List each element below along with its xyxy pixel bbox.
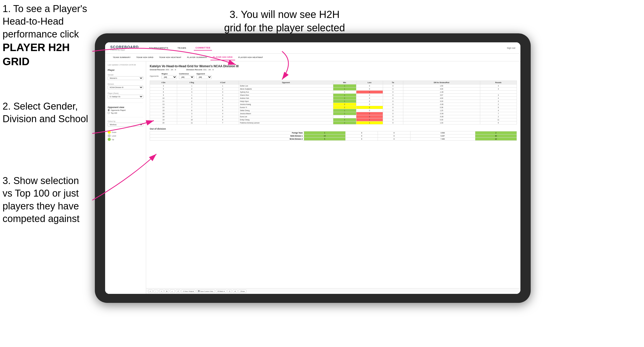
- player-rank-select[interactable]: 8. Katelyn Vo: [108, 95, 143, 99]
- sub-nav-team-h2h-heatmap[interactable]: TEAM H2H HEATMAP: [157, 55, 184, 60]
- legend-down-dot: [108, 131, 111, 134]
- legend-level-dot: [108, 134, 111, 137]
- table-row: 16 3 4 Jessica Mason 1 2 0 -0.94 7: [150, 112, 517, 115]
- toolbar-watch[interactable]: 👁 Watch ▾: [216, 290, 226, 293]
- table-row: 6 3 3 Sydney Kuo 0 1 0 -1.00: [150, 91, 517, 94]
- col-diff: Diff Av Strokes/Rnd: [403, 81, 480, 84]
- col-div: # Div: [150, 81, 177, 84]
- toolbar-share[interactable]: ⟨ Share: [238, 290, 247, 293]
- col-reg: # Reg: [177, 81, 206, 84]
- table-row: 9 1 4 Sharon Mun 1 0 0 3.67 3: [150, 94, 517, 97]
- toolbar-undo[interactable]: ↩: [148, 290, 153, 293]
- instruction-step3-top: 3. You will now see H2H grid for the pla…: [220, 8, 349, 34]
- filter-row: Opponents: Region (All) Conference (All): [150, 73, 517, 79]
- table-row: 5 2 2 Alexis Sudjianto 1 0 0 4.00 3: [150, 88, 517, 91]
- h2h-table: # Div # Reg # Conf Opponent Win Loss Tie…: [150, 81, 517, 124]
- colour-by-select[interactable]: Win/loss: [108, 123, 143, 127]
- legend-up-dot: [108, 138, 111, 141]
- radio-top-100[interactable]: Top 100: [108, 112, 143, 114]
- color-legend: Down Level Up: [108, 131, 143, 141]
- tablet-screen: SCOREBOARD Powered by clippd TOURNAMENTS…: [105, 42, 520, 294]
- sub-nav: TEAM SUMMARY TEAM H2H GRID TEAM H2H HEAT…: [105, 54, 520, 61]
- nav-teams[interactable]: TEAMS: [176, 46, 188, 50]
- out-of-division-title: Out of division: [150, 128, 517, 130]
- table-row: 14 7 4 Eunice Yi 2 2 0 0.38 9: [150, 106, 517, 109]
- table-row: 11 2 5 Heejo Hyun 1 0 0 3.33 3: [150, 100, 517, 103]
- toolbar-save-custom[interactable]: 💾 Save Custom View: [196, 290, 215, 293]
- nav-bar: SCOREBOARD Powered by clippd TOURNAMENTS…: [105, 42, 520, 54]
- table-row: 3 1 1 Esther Lee 1 0 0 1.50 4: [150, 84, 517, 88]
- panel-title: Katelyn Vo Head-to-Head Grid for Women's…: [150, 64, 517, 68]
- radio-opponents-played[interactable]: Opponents Played: [108, 109, 143, 111]
- out-of-division-table: Foreign Team 1 0 0 4.500 2 NAIA Division…: [150, 131, 517, 141]
- opponent-filter: Opponent (All): [196, 73, 212, 79]
- col-tie: Tie: [383, 81, 403, 84]
- panel-records: Overall Record: 353 - 34 - 6 Division Re…: [150, 69, 517, 71]
- conference-filter: Conference (All): [179, 73, 194, 79]
- gender-select[interactable]: Women's: [108, 76, 143, 80]
- toolbar-refresh[interactable]: ↺: [176, 290, 180, 293]
- col-loss: Loss: [356, 81, 383, 84]
- table-row: 15 8 5 Stella Cheng 1 0 0 1.25 4: [150, 109, 517, 112]
- opponent-select[interactable]: (All): [196, 75, 212, 79]
- main-content: Last Updated: 27/03/2024 16:55:38 Player…: [105, 61, 520, 294]
- division-select[interactable]: NCAA Division III: [108, 85, 143, 89]
- toolbar-collapse[interactable]: ≪: [233, 290, 237, 293]
- sidebar: Last Updated: 27/03/2024 16:55:38 Player…: [105, 61, 146, 294]
- opponent-view-radio: Opponents Played Top 100: [108, 109, 143, 114]
- col-win: Win: [333, 81, 356, 84]
- region-filter: Region (All): [162, 73, 177, 79]
- toolbar-view-original[interactable]: ⊙ View: Original: [181, 290, 196, 293]
- toolbar-export[interactable]: ⊡: [227, 290, 232, 293]
- sub-nav-player-h2h-grid[interactable]: PLAYER H2H GRID: [210, 54, 235, 60]
- col-opponent: Opponent: [239, 81, 333, 84]
- toolbar-bottom: ↩ ← ↪ ⊞ ↙· ↺ ⊙ View: Original 💾 Save Cus…: [146, 288, 520, 294]
- instruction-step1: 1. To see a Player's Head-to-Head perfor…: [3, 3, 95, 69]
- tablet-frame: SCOREBOARD Powered by clippd TOURNAMENTS…: [95, 33, 531, 303]
- table-row: 18 2 2 Euna Lee 2 3 0 -5.00 2: [150, 115, 517, 118]
- out-table-row: NAIA Division 1 15 0 0 9.267 30: [150, 134, 517, 138]
- sub-nav-player-h2h-heatmap[interactable]: PLAYER H2H HEATMAP: [236, 55, 266, 60]
- toolbar-arrow[interactable]: ↙·: [170, 290, 175, 293]
- sub-nav-team-h2h-grid[interactable]: TEAM H2H GRID: [134, 55, 156, 60]
- instruction-step2: 2. Select Gender, Division and School: [3, 100, 90, 126]
- region-select[interactable]: (All): [162, 75, 177, 79]
- nav-committee[interactable]: COMMITTEE: [194, 45, 212, 51]
- table-row: 20 11 7 Federica Domecq Lacroze 2 1 0 1.…: [150, 121, 517, 124]
- toolbar-back[interactable]: ←: [154, 290, 158, 293]
- conference-select[interactable]: (All): [179, 75, 194, 79]
- toolbar-redo[interactable]: ↪: [159, 290, 164, 293]
- nav-tournaments[interactable]: TOURNAMENTS: [147, 46, 170, 50]
- logo: SCOREBOARD Powered by clippd: [110, 45, 139, 51]
- table-row: 13 1 1 Jessica Huang 2 0 0 -3.00 2: [150, 103, 517, 106]
- out-table-row: NCAA Division 2 5 0 0 7.400 10: [150, 138, 517, 141]
- data-panel: Katelyn Vo Head-to-Head Grid for Women's…: [146, 61, 520, 288]
- col-conf: # Conf: [207, 81, 239, 84]
- table-row: 10 6 3 Andrea York 2 0 0 4.00 4: [150, 97, 517, 100]
- toolbar-grid[interactable]: ⊞: [165, 290, 169, 293]
- sub-nav-player-summary[interactable]: PLAYER SUMMARY: [184, 55, 210, 60]
- col-rounds: Rounds: [480, 81, 517, 84]
- instruction-step3-bottom: 3. Show selection vs Top 100 or just pla…: [3, 175, 90, 225]
- out-table-row: Foreign Team 1 0 0 4.500 2: [150, 131, 517, 134]
- table-row: 19 10 6 Emily Chang 4 1 0 0.30 11: [150, 118, 517, 121]
- sign-out[interactable]: Sign out: [507, 47, 515, 49]
- sub-nav-team-summary[interactable]: TEAM SUMMARY: [110, 55, 133, 60]
